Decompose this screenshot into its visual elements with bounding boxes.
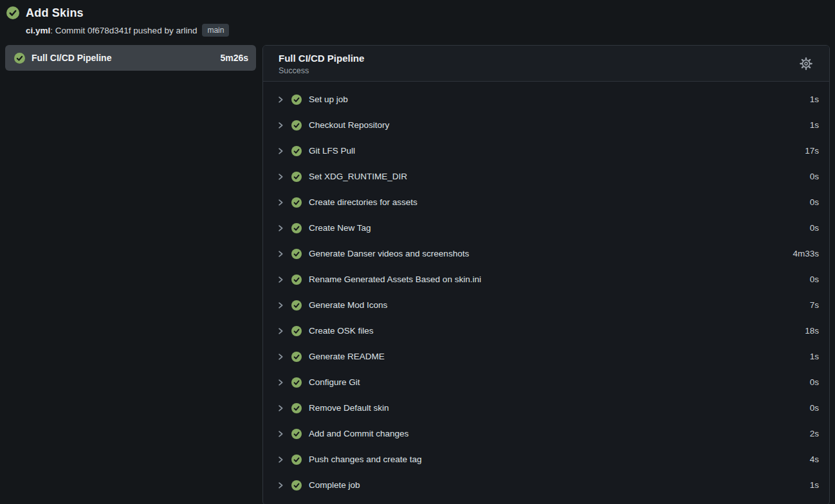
step-duration: 0s — [810, 172, 819, 181]
step-duration: 4m33s — [793, 249, 819, 258]
job-panel-title: Full CI/CD Pipeline — [279, 52, 364, 65]
step-duration: 18s — [805, 326, 819, 336]
step-name: Remove Default skin — [309, 403, 803, 413]
step-success-icon — [291, 403, 302, 413]
job-success-icon — [14, 53, 25, 64]
step-row-create-new-tag[interactable]: Create New Tag 0s — [263, 215, 829, 241]
commit-summary: ci.yml: Commit 0f678d341f pushed by arli… — [26, 26, 197, 35]
step-row-create-directories-for-assets[interactable]: Create directories for assets 0s — [263, 190, 829, 215]
step-name: Push changes and create tag — [309, 455, 803, 464]
step-name: Create New Tag — [309, 223, 803, 233]
step-success-icon — [291, 197, 302, 208]
chevron-right-icon[interactable] — [277, 224, 284, 232]
step-row-set-up-job[interactable]: Set up job 1s — [263, 87, 829, 113]
commit-text: : Commit 0f678d341f pushed by arlind — [50, 26, 197, 35]
step-duration: 0s — [810, 274, 819, 284]
step-duration: 4s — [810, 455, 819, 464]
step-success-icon — [291, 352, 302, 362]
step-name: Add and Commit changes — [309, 429, 803, 438]
step-duration: 7s — [810, 300, 819, 310]
step-row-generate-danser-videos[interactable]: Generate Danser videos and screenshots 4… — [263, 241, 829, 267]
actions-run-page: Add Skins ci.yml: Commit 0f678d341f push… — [0, 0, 835, 504]
step-success-icon — [291, 480, 302, 491]
step-success-icon — [291, 146, 302, 156]
chevron-right-icon[interactable] — [277, 482, 284, 489]
job-detail-panel: Full CI/CD Pipeline Success Set up job 1… — [262, 45, 830, 504]
job-panel-header: Full CI/CD Pipeline Success — [263, 46, 829, 82]
step-name: Configure Git — [309, 377, 803, 387]
chevron-right-icon[interactable] — [277, 122, 284, 129]
step-row-generate-mod-icons[interactable]: Generate Mod Icons 7s — [263, 292, 829, 318]
step-success-icon — [291, 274, 302, 285]
step-duration: 1s — [810, 352, 819, 361]
step-row-remove-default-skin[interactable]: Remove Default skin 0s — [263, 395, 829, 421]
workflow-file-name: ci.yml — [26, 26, 50, 35]
step-row-rename-generated-assets[interactable]: Rename Generated Assets Based on skin.in… — [263, 267, 829, 292]
step-name: Git LFS Pull — [309, 146, 798, 156]
chevron-right-icon[interactable] — [277, 250, 284, 258]
step-duration: 0s — [810, 197, 819, 207]
step-name: Complete job — [309, 480, 803, 490]
run-header: Add Skins ci.yml: Commit 0f678d341f push… — [5, 4, 830, 37]
chevron-right-icon[interactable] — [277, 96, 284, 104]
step-duration: 0s — [810, 223, 819, 233]
step-success-icon — [291, 429, 302, 439]
chevron-right-icon[interactable] — [277, 173, 284, 181]
chevron-right-icon[interactable] — [277, 302, 284, 309]
step-name: Rename Generated Assets Based on skin.in… — [309, 274, 803, 284]
step-duration: 0s — [810, 403, 819, 413]
step-duration: 1s — [810, 120, 819, 130]
chevron-right-icon[interactable] — [277, 327, 284, 335]
job-panel-header-text: Full CI/CD Pipeline Success — [279, 52, 364, 75]
step-row-set-xdg-runtime-dir[interactable]: Set XDG_RUNTIME_DIR 0s — [263, 164, 829, 190]
job-item-full-ci-cd-pipeline[interactable]: Full CI/CD Pipeline 5m26s — [5, 45, 256, 71]
run-subtitle: ci.yml: Commit 0f678d341f pushed by arli… — [26, 24, 830, 37]
step-row-push-changes-and-create-tag[interactable]: Push changes and create tag 4s — [263, 447, 829, 473]
step-duration: 0s — [810, 377, 819, 387]
run-success-icon — [6, 6, 19, 19]
step-row-complete-job[interactable]: Complete job 1s — [263, 473, 829, 498]
job-duration: 5m26s — [220, 53, 248, 63]
step-success-icon — [291, 326, 302, 336]
step-success-icon — [291, 249, 302, 259]
chevron-right-icon[interactable] — [277, 379, 284, 386]
step-row-generate-readme[interactable]: Generate README 1s — [263, 344, 829, 370]
step-success-icon — [291, 300, 302, 310]
step-row-add-and-commit-changes[interactable]: Add and Commit changes 2s — [263, 421, 829, 447]
step-row-create-osk-files[interactable]: Create OSK files 18s — [263, 318, 829, 344]
chevron-right-icon[interactable] — [277, 276, 284, 284]
step-name: Checkout Repository — [309, 120, 803, 130]
step-row-git-lfs-pull[interactable]: Git LFS Pull 17s — [263, 138, 829, 164]
jobs-sidebar: Full CI/CD Pipeline 5m26s — [5, 45, 256, 71]
step-success-icon — [291, 120, 302, 130]
step-duration: 2s — [810, 429, 819, 438]
step-name: Create directories for assets — [309, 197, 803, 207]
chevron-right-icon[interactable] — [277, 199, 284, 206]
step-name: Generate Mod Icons — [309, 300, 803, 310]
step-list: Set up job 1s Checkout Repository 1s Git… — [263, 82, 829, 504]
chevron-right-icon[interactable] — [277, 430, 284, 438]
chevron-right-icon[interactable] — [277, 353, 284, 361]
step-duration: 17s — [805, 146, 819, 156]
step-row-checkout-repository[interactable]: Checkout Repository 1s — [263, 113, 829, 138]
step-name: Generate Danser videos and screenshots — [309, 249, 785, 258]
step-row-configure-git[interactable]: Configure Git 0s — [263, 370, 829, 395]
job-status-text: Success — [279, 66, 364, 75]
step-name: Set up job — [309, 94, 803, 104]
step-success-icon — [291, 223, 302, 233]
step-duration: 1s — [810, 94, 819, 104]
branch-badge[interactable]: main — [202, 24, 229, 37]
step-success-icon — [291, 94, 302, 105]
chevron-right-icon[interactable] — [277, 147, 284, 155]
job-name: Full CI/CD Pipeline — [32, 53, 214, 63]
chevron-right-icon[interactable] — [277, 456, 284, 464]
step-success-icon — [291, 172, 302, 182]
chevron-right-icon[interactable] — [277, 404, 284, 412]
step-success-icon — [291, 377, 302, 388]
step-name: Set XDG_RUNTIME_DIR — [309, 172, 803, 181]
step-name: Generate README — [309, 352, 803, 361]
run-title: Add Skins — [26, 6, 84, 20]
gear-icon[interactable] — [797, 55, 815, 73]
step-success-icon — [291, 455, 302, 465]
step-name: Create OSK files — [309, 326, 798, 336]
